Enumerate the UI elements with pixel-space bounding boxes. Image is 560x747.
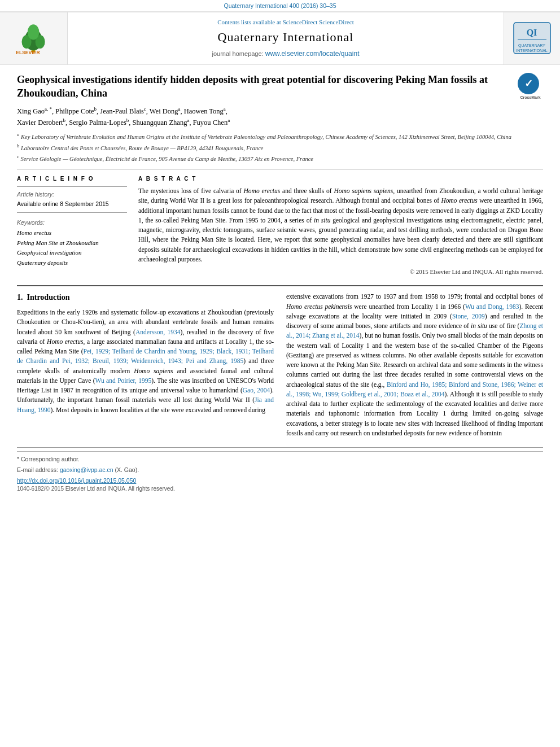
section-number: 1. Introduction [17, 292, 274, 303]
author-sup: b [94, 106, 97, 112]
intro-two-col: 1. Introduction Expeditions in the early… [17, 292, 543, 438]
ref-stone2009[interactable]: Stone, 2009 [452, 313, 485, 320]
journal-title: Quaternary International [218, 29, 354, 46]
article-title: Geophysical investigations identify hidd… [17, 73, 543, 101]
keywords-separator [17, 212, 127, 213]
keyword-quaternary: Quaternary deposits [17, 258, 127, 268]
svg-text:ELSEVIER: ELSEVIER [16, 50, 40, 55]
sciencedirect-link[interactable]: Contents lists available at ScienceDirec… [217, 18, 354, 27]
history-label: Article history: [17, 190, 127, 199]
ref-andersson[interactable]: Andersson, 1934 [135, 329, 181, 335]
affiliation-b: b Laboratoire Central des Ponts et Chaus… [17, 143, 543, 152]
intro-left-col: 1. Introduction Expeditions in the early… [17, 292, 274, 438]
svg-text:QI: QI [527, 28, 537, 37]
abstract-copyright: © 2015 Elsevier Ltd and INQUA. All right… [138, 268, 543, 276]
ref-zhong2014[interactable]: Zhong et al., 2014; Zhang et al., 2014 [286, 322, 543, 339]
email-label: E-mail address: [17, 466, 58, 473]
keywords-label: Keywords: [17, 219, 127, 227]
author-email[interactable]: gaoxing@ivpp.ac.cn [60, 466, 113, 473]
intro-left-text: Expeditions in the early 1920s and syste… [17, 308, 274, 415]
journal-volume-info: Quaternary International 400 (2016) 30–3… [0, 0, 560, 11]
author-sergio-palma-lopes: Sergio Palma-Lopesb, [69, 119, 132, 126]
author-sup: a [187, 117, 189, 123]
intro-right-col: extensive excavations from 1927 to 1937 … [286, 292, 543, 438]
ref-gao2004[interactable]: Gao, 2004 [243, 387, 270, 394]
authors-line: Xing Gaoa, *, Philippe Coteb, Jean-Paul … [17, 106, 543, 128]
article-info-abstract-layout: A R T I C L E I N F O Article history: A… [17, 175, 543, 276]
introduction-section: 1. Introduction Expeditions in the early… [17, 285, 543, 438]
email-line: E-mail address: gaoxing@ivpp.ac.cn (X. G… [17, 466, 543, 474]
svg-text:INTERNATIONAL: INTERNATIONAL [516, 49, 548, 53]
separator-line-1 [17, 169, 543, 169]
sciencedirect-name[interactable]: ScienceDirect [319, 19, 354, 25]
available-online: Available online 8 September 2015 [17, 200, 127, 208]
article-footer: * Corresponding author. E-mail address: … [17, 447, 543, 492]
author-sup: a [228, 117, 230, 123]
elsevier-logo-container: ELSEVIER [0, 12, 68, 64]
qi-logo-container: QI QUATERNARY INTERNATIONAL [504, 12, 560, 64]
article-info-col: A R T I C L E I N F O Article history: A… [17, 175, 127, 276]
email-suffix: (X. Gao). [115, 466, 139, 473]
intro-right-text: extensive excavations from 1927 to 1937 … [286, 292, 543, 438]
article-title-text: Geophysical investigations identify hidd… [17, 74, 488, 99]
author-haowen-tong: Haowen Tonga, [184, 107, 228, 115]
elsevier-logo: ELSEVIER [10, 21, 58, 55]
affiliation-a: a Key Laboratory of Vertebrate Evolution… [17, 132, 543, 141]
page-wrapper: Quaternary International 400 (2016) 30–3… [0, 0, 560, 747]
author-sup: a [224, 106, 226, 112]
ref-binford1985[interactable]: Binford and Ho, 1985; Binford and Stone,… [286, 381, 543, 397]
article-content: Geophysical investigations identify hidd… [0, 65, 560, 504]
footer-separator [17, 451, 543, 452]
corresponding-label: * Corresponding author. [17, 456, 80, 462]
homepage-label: journal homepage: [212, 50, 264, 57]
author-fuyou-chen: Fuyou Chena [193, 119, 230, 126]
author-jean-paul-blais: Jean-Paul Blaisc, [100, 107, 149, 115]
affil-sup-a: a [17, 132, 19, 137]
crossmark-label: CrossMark [518, 95, 543, 100]
affil-sup-b: b [17, 143, 19, 148]
author-philippe-cote: Philippe Coteb, [55, 107, 100, 115]
volume-info-text: Quaternary International 400 (2016) 30–3… [224, 2, 336, 9]
author-sup: a, * [45, 106, 52, 112]
journal-homepage-line: journal homepage: www.elsevier.com/locat… [212, 49, 360, 59]
keywords-section: Keywords: Homo erectus Peking Man Site a… [17, 219, 127, 268]
author-shuangquan-zhang: Shuangquan Zhanga, [133, 119, 193, 126]
author-sup: b [126, 117, 129, 123]
ref-wu1983[interactable]: Wu and Dong, 1983 [465, 303, 519, 310]
author-xing-gao: Xing Gaoa, *, [17, 107, 55, 115]
ref-wu1995[interactable]: Wu and Poirier, 1995 [95, 377, 152, 384]
corresponding-author-note: * Corresponding author. [17, 455, 543, 464]
info-separator [17, 186, 127, 187]
issn-line: 1040-6182/© 2015 Elsevier Ltd and INQUA.… [17, 485, 543, 493]
elsevier-tree-icon: ELSEVIER [10, 21, 58, 55]
journal-header-bar: ELSEVIER Contents lists available at Sci… [0, 11, 560, 65]
author-wei-dong: Wei Donga, [150, 107, 184, 115]
sciencedirect-text: Contents lists available at ScienceDirec… [217, 19, 317, 25]
author-sup: a [178, 106, 181, 112]
svg-point-4 [28, 24, 40, 40]
author-xavier-derobert: Xavier Derobertb, [17, 119, 69, 126]
keyword-homo-erectus: Homo erectus [17, 228, 127, 238]
affiliation-c: c Service Géologie — Géotechnique, Élect… [17, 154, 543, 163]
author-sup: b [63, 117, 66, 123]
ref-pei1929[interactable]: Pei, 1929; Teilhard de Chardin and Young… [17, 348, 274, 364]
doi-link[interactable]: http://dx.doi.org/10.1016/j.quaint.2015.… [17, 477, 136, 484]
journal-homepage-url[interactable]: www.elsevier.com/locate/quaint [265, 50, 360, 58]
journal-center-info: Contents lists available at ScienceDirec… [68, 12, 504, 64]
abstract-header: A B S T R A C T [138, 175, 543, 183]
abstract-text: The mysterious loss of five calvaria of … [138, 186, 543, 264]
doi-line: http://dx.doi.org/10.1016/j.quaint.2015.… [17, 477, 543, 485]
crossmark-badge[interactable]: ✓ CrossMark [518, 73, 543, 98]
author-sup: c [144, 106, 146, 112]
keyword-peking-man: Peking Man Site at Zhoukoudian [17, 238, 127, 248]
article-info-header: A R T I C L E I N F O [17, 175, 127, 183]
crossmark-icon: ✓ [518, 73, 539, 94]
affil-sup-c: c [17, 154, 19, 159]
quaternary-international-icon: QI QUATERNARY INTERNATIONAL [511, 20, 553, 56]
svg-text:QUATERNARY: QUATERNARY [518, 43, 545, 48]
abstract-col: A B S T R A C T The mysterious loss of f… [138, 175, 543, 276]
keyword-geophysical: Geophysical investigation [17, 248, 127, 258]
ref-jia1990[interactable]: Jia and Huang, 1990 [17, 396, 274, 413]
